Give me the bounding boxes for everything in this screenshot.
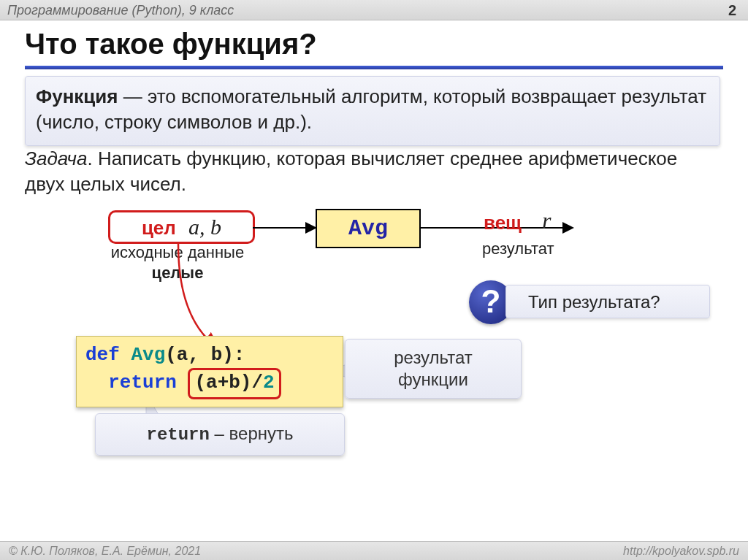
input-type-label: цел	[142, 217, 176, 239]
header-bar: Программирование (Python), 9 класс 2	[0, 0, 748, 20]
output-var: r	[542, 207, 551, 234]
fn-name: Avg	[131, 344, 165, 366]
callout-result-line1: результат	[394, 348, 473, 367]
task-text: . Написать функцию, которая вычисляет ср…	[25, 147, 677, 195]
footer-right: http://kpolyakov.spb.ru	[623, 542, 739, 560]
input-caption: исходные данные целые	[79, 242, 276, 283]
code-block: def Avg(a, b): return (a+b)/2	[76, 336, 343, 407]
kw-return: return	[108, 372, 177, 394]
callout-return-mono: return	[146, 425, 209, 445]
output-type-label: вещ	[484, 212, 522, 234]
output-caption: результат	[482, 239, 554, 258]
definition-text: — это вспомогательный алгоритм, который …	[36, 85, 706, 133]
task-paragraph: Задача. Написать функцию, которая вычисл…	[25, 146, 720, 197]
function-box: Avg	[316, 209, 421, 248]
expr-num: 2	[263, 372, 275, 394]
input-caption-line1: исходные данные	[111, 243, 244, 261]
footer-left: © К.Ю. Поляков, Е.А. Ерёмин, 2021	[9, 545, 201, 557]
input-vars: a, b	[181, 215, 221, 239]
definition-term: Функция	[36, 85, 118, 107]
return-expression: (a+b)/2	[188, 368, 280, 399]
diagram: цел a, b исходные данные целые Avg вещ r…	[0, 203, 748, 349]
task-label: Задача	[25, 147, 87, 169]
callout-result-line2: функции	[398, 369, 468, 389]
kw-def: def	[85, 344, 120, 366]
page-number: 2	[728, 0, 736, 20]
definition-box: Функция — это вспомогательный алгоритм, …	[25, 76, 720, 146]
question-box: Тип результата?	[505, 285, 710, 318]
callout-return: return – вернуть	[95, 413, 345, 456]
page-title: Что такое функция?	[25, 28, 317, 61]
fn-params: (a, b):	[165, 344, 245, 366]
callout-result: результат функции	[345, 339, 522, 399]
title-underline	[25, 66, 723, 69]
footer-bar: © К.Ю. Поляков, Е.А. Ерёмин, 2021 http:/…	[0, 541, 748, 560]
input-type-bubble: цел a, b	[108, 210, 255, 244]
input-caption-line2: целые	[152, 264, 204, 282]
course-label: Программирование (Python), 9 класс	[7, 3, 234, 18]
callout-return-text: – вернуть	[210, 423, 294, 443]
expr-body: (a+b)/	[194, 372, 263, 394]
arrow-output-head	[562, 222, 574, 234]
